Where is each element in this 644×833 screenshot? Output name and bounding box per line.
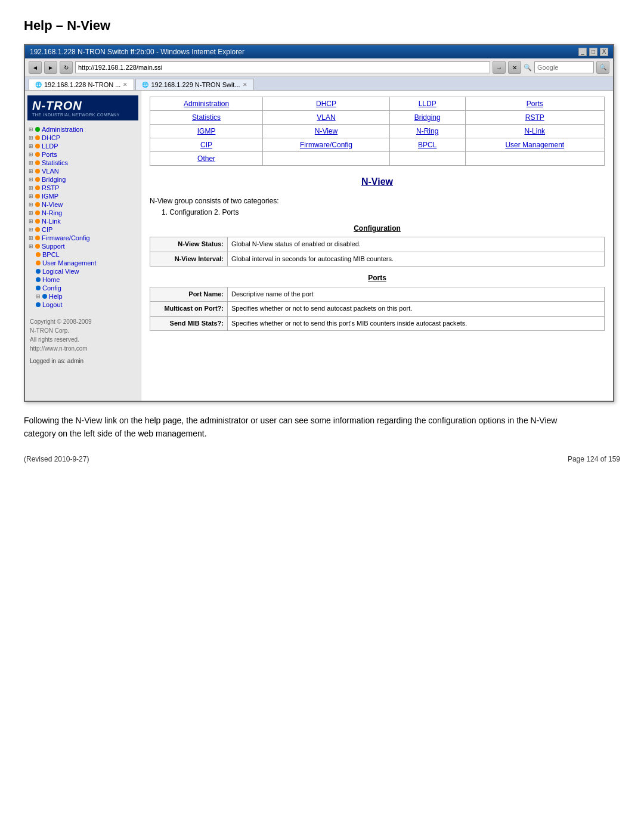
nav-table-cell[interactable]: IGMP xyxy=(150,125,263,138)
sidebar-link-logicalview[interactable]: Logical View xyxy=(42,268,79,275)
nav-link-n-view[interactable]: N-View xyxy=(315,127,338,135)
expand-icon-nview: ⊞ xyxy=(29,202,33,208)
expand-icon-vlan: ⊞ xyxy=(29,168,33,174)
nav-table-cell[interactable]: Administration xyxy=(150,97,263,111)
go-button[interactable]: → xyxy=(493,61,506,74)
sidebar-item-config[interactable]: Config xyxy=(35,284,138,292)
sidebar-link-cip[interactable]: CIP xyxy=(42,226,52,233)
refresh-button[interactable]: ↻ xyxy=(60,61,73,74)
search-submit-button[interactable]: 🔍 xyxy=(596,61,609,74)
nav-table-cell[interactable]: Other xyxy=(150,152,263,166)
bullet-cip xyxy=(35,227,40,232)
nav-link-ports[interactable]: Ports xyxy=(527,100,543,108)
sidebar-item-support[interactable]: ⊞ Support xyxy=(27,242,138,250)
sidebar-item-firmware[interactable]: ⊞ Firmware/Config xyxy=(27,234,138,242)
sidebar-link-firmware[interactable]: Firmware/Config xyxy=(42,234,90,241)
nav-link-bridging[interactable]: Bridging xyxy=(414,113,441,122)
sidebar-link-ports[interactable]: Ports xyxy=(42,151,57,158)
nav-table: AdministrationDHCPLLDPPortsStatisticsVLA… xyxy=(150,97,605,166)
nav-table-cell[interactable]: Firmware/Config xyxy=(263,138,390,152)
sidebar-link-lldp[interactable]: LLDP xyxy=(42,143,58,150)
forward-button[interactable]: ► xyxy=(44,61,57,74)
nav-table-cell[interactable]: DHCP xyxy=(263,97,390,111)
nav-link-firmware-config[interactable]: Firmware/Config xyxy=(300,141,352,149)
sidebar-item-nlink[interactable]: ⊞ N-Link xyxy=(27,217,138,225)
nav-link-n-link[interactable]: N-Link xyxy=(524,127,545,135)
table-row: Send MIB Stats?:Specifies whether or not… xyxy=(150,316,605,331)
sidebar-item-igmp[interactable]: ⊞ IGMP xyxy=(27,192,138,200)
sidebar-item-rstp[interactable]: ⊞ RSTP xyxy=(27,184,138,192)
tab-1[interactable]: 🌐 192.168.1.228 N-TRON ... ✕ xyxy=(29,79,134,90)
sidebar-item-logout[interactable]: Logout xyxy=(35,301,138,309)
search-input[interactable] xyxy=(534,61,594,73)
nav-link-other[interactable]: Other xyxy=(197,154,215,163)
sidebar-link-home[interactable]: Home xyxy=(42,276,60,283)
sidebar-item-dhcp[interactable]: ⊞ DHCP xyxy=(27,134,138,142)
minimize-button[interactable]: _ xyxy=(578,48,587,56)
close-button[interactable]: X xyxy=(600,48,608,56)
sidebar-link-igmp[interactable]: IGMP xyxy=(42,193,58,200)
sidebar-link-administration[interactable]: Administration xyxy=(42,126,83,133)
nav-link-n-ring[interactable]: N-Ring xyxy=(416,127,438,135)
address-input[interactable] xyxy=(75,61,490,73)
nav-link-statistics[interactable]: Statistics xyxy=(192,113,221,122)
nav-table-cell[interactable]: N-View xyxy=(263,125,390,138)
sidebar-link-usermgmt[interactable]: User Management xyxy=(42,259,97,267)
sidebar-link-config[interactable]: Config xyxy=(42,284,61,292)
sidebar-item-ports[interactable]: ⊞ Ports xyxy=(27,150,138,159)
nav-link-dhcp[interactable]: DHCP xyxy=(316,100,336,108)
sidebar-item-bridging[interactable]: ⊞ Bridging xyxy=(27,175,138,184)
stop-button[interactable]: ✕ xyxy=(508,61,521,74)
sidebar-item-usermgmt[interactable]: User Management xyxy=(35,259,138,267)
sidebar-item-administration[interactable]: ⊞ Administration xyxy=(27,125,138,134)
nav-table-cell[interactable]: User Management xyxy=(465,138,604,152)
sidebar-link-nring[interactable]: N-Ring xyxy=(42,209,62,216)
nav-table-cell[interactable]: N-Link xyxy=(465,125,604,138)
sidebar-item-help[interactable]: ⊞ Help xyxy=(35,292,138,301)
sidebar-link-logout[interactable]: Logout xyxy=(42,301,63,308)
sidebar-item-cip[interactable]: ⊞ CIP xyxy=(27,225,138,234)
sidebar-item-lldp[interactable]: ⊞ LLDP xyxy=(27,142,138,150)
sidebar-item-logicalview[interactable]: Logical View xyxy=(35,267,138,275)
tab-1-close[interactable]: ✕ xyxy=(123,82,128,88)
sidebar-link-bridging[interactable]: Bridging xyxy=(42,176,66,183)
sidebar-item-vlan[interactable]: ⊞ VLAN xyxy=(27,167,138,175)
nav-table-cell[interactable]: LLDP xyxy=(389,97,465,111)
sidebar-item-nview[interactable]: ⊞ N-View xyxy=(27,200,138,209)
sidebar-item-home[interactable]: Home xyxy=(35,275,138,284)
nav-table-cell[interactable]: Ports xyxy=(465,97,604,111)
sidebar-item-statistics[interactable]: ⊞ Statistics xyxy=(27,159,138,167)
tab-2[interactable]: 🌐 192.168.1.229 N-TRON Swit... ✕ xyxy=(135,79,253,90)
nav-link-user-management[interactable]: User Management xyxy=(505,141,564,149)
nav-table-cell[interactable]: CIP xyxy=(150,138,263,152)
nav-link-bpcl[interactable]: BPCL xyxy=(418,141,436,149)
sidebar-link-dhcp[interactable]: DHCP xyxy=(42,134,60,141)
maximize-button[interactable]: □ xyxy=(589,48,597,56)
nav-link-administration[interactable]: Administration xyxy=(184,100,229,108)
nav-link-lldp[interactable]: LLDP xyxy=(419,100,436,108)
tab-2-close[interactable]: ✕ xyxy=(243,82,247,88)
nav-table-cell[interactable]: Bridging xyxy=(389,111,465,125)
nav-link-rstp[interactable]: RSTP xyxy=(525,113,544,122)
sidebar-item-bpcl[interactable]: BPCL xyxy=(35,250,138,259)
nav-table-cell[interactable]: Statistics xyxy=(150,111,263,125)
window-controls[interactable]: _ □ X xyxy=(578,48,608,56)
sidebar-link-help[interactable]: Help xyxy=(49,293,63,300)
nav-table-cell[interactable]: VLAN xyxy=(263,111,390,125)
nav-link-cip[interactable]: CIP xyxy=(200,141,212,149)
sidebar-item-nring[interactable]: ⊞ N-Ring xyxy=(27,209,138,217)
nav-link-igmp[interactable]: IGMP xyxy=(197,127,216,135)
sidebar-link-nview[interactable]: N-View xyxy=(42,201,63,208)
sidebar-link-vlan[interactable]: VLAN xyxy=(42,168,59,175)
nav-link-vlan[interactable]: VLAN xyxy=(317,113,335,122)
nav-table-cell[interactable]: N-Ring xyxy=(389,125,465,138)
nav-table-cell[interactable]: RSTP xyxy=(465,111,604,125)
sidebar-link-support[interactable]: Support xyxy=(42,243,65,250)
sidebar-link-nlink[interactable]: N-Link xyxy=(42,218,61,225)
sidebar-link-bpcl[interactable]: BPCL xyxy=(42,251,60,258)
back-button[interactable]: ◄ xyxy=(29,61,42,74)
expand-icon-cip: ⊞ xyxy=(29,227,33,233)
sidebar-link-rstp[interactable]: RSTP xyxy=(42,184,59,191)
sidebar-link-statistics[interactable]: Statistics xyxy=(42,159,68,166)
nav-table-cell[interactable]: BPCL xyxy=(389,138,465,152)
